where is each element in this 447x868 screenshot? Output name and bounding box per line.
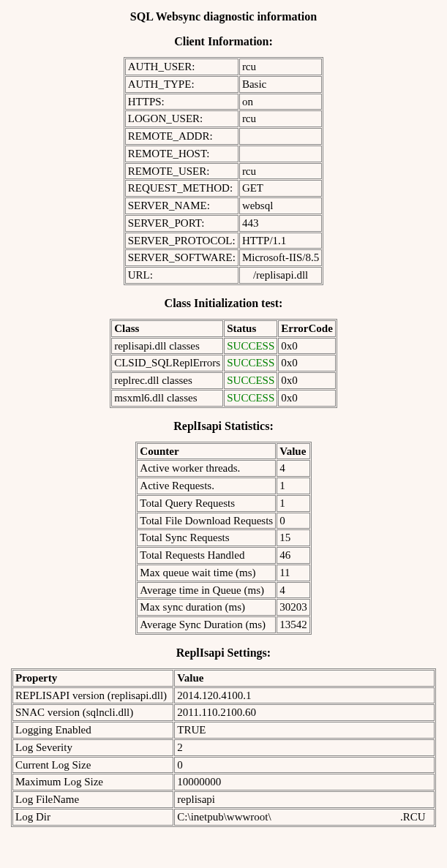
table-row: SERVER_NAME:websql <box>125 197 323 214</box>
table-row: Log DirC:\inetpub\wwwroot\ .RCU <box>12 809 435 826</box>
stats-value: 46 <box>277 547 310 564</box>
table-row: Total Query Requests1 <box>137 495 309 512</box>
settings-property: Maximum Log Size <box>12 774 173 790</box>
table-row: REQUEST_METHOD:GET <box>125 180 323 197</box>
class-errorcode: 0x0 <box>278 372 336 389</box>
table-header-row: ClassStatusErrorCode <box>111 320 336 337</box>
stats-counter: Average time in Queue (ms) <box>137 582 276 599</box>
column-header: Status <box>224 320 277 337</box>
class-status: SUCCESS <box>224 338 277 355</box>
table-row: Max sync duration (ms)30203 <box>137 599 309 616</box>
client-info-label: LOGON_USER: <box>125 110 238 127</box>
settings-value: replisapi <box>174 791 435 808</box>
stats-counter: Active worker threads. <box>137 460 276 477</box>
table-row: Total File Download Requests0 <box>137 513 309 529</box>
column-header: Value <box>174 670 435 687</box>
client-info-label: SERVER_PROTOCOL: <box>125 233 238 249</box>
client-info-label: URL: <box>125 267 238 284</box>
table-row: Logging EnabledTRUE <box>12 722 435 739</box>
client-info-value: Basic <box>239 76 322 93</box>
client-info-label: REQUEST_METHOD: <box>125 180 238 197</box>
table-row: REPLISAPI version (replisapi.dll)2014.12… <box>12 687 435 704</box>
settings-property: Log Dir <box>12 809 173 826</box>
stats-value: 11 <box>277 565 310 581</box>
column-header: Class <box>111 320 223 337</box>
stats-value: 13542 <box>277 616 310 633</box>
stats-counter: Active Requests. <box>137 478 276 494</box>
class-status: SUCCESS <box>224 390 277 407</box>
client-info-label: SERVER_NAME: <box>125 197 238 214</box>
table-row: Active worker threads.4 <box>137 460 309 477</box>
client-info-value: 443 <box>239 215 322 232</box>
settings-value: 10000000 <box>174 774 435 790</box>
table-row: Log Severity2 <box>12 739 435 756</box>
table-header-row: PropertyValue <box>12 670 435 687</box>
stats-counter: Total File Download Requests <box>137 513 276 529</box>
client-info-label: HTTPS: <box>125 94 238 110</box>
stats-counter: Total Requests Handled <box>137 547 276 564</box>
table-row: HTTPS:on <box>125 94 323 110</box>
table-row: SERVER_SOFTWARE:Microsoft-IIS/8.5 <box>125 249 323 266</box>
client-info-label: REMOTE_ADDR: <box>125 128 238 145</box>
settings-property: Log FileName <box>12 791 173 808</box>
client-info-value: rcu <box>239 110 322 127</box>
column-header: Value <box>277 443 310 460</box>
table-row: Average Sync Duration (ms)13542 <box>137 616 309 633</box>
table-row: REMOTE_USER:rcu <box>125 163 323 180</box>
table-row: CLSID_SQLReplErrorsSUCCESS0x0 <box>111 355 336 371</box>
client-info-value: HTTP/1.1 <box>239 233 322 249</box>
column-header: Property <box>12 670 173 687</box>
settings-property: SNAC version (sqlncli.dll) <box>12 704 173 721</box>
table-row: REMOTE_ADDR: <box>125 128 323 145</box>
client-info-label: REMOTE_USER: <box>125 163 238 180</box>
client-info-value: websql <box>239 197 322 214</box>
class-init-table: ClassStatusErrorCodereplisapi.dll classe… <box>110 319 337 408</box>
class-status: SUCCESS <box>224 372 277 389</box>
client-info-value: /replisapi.dll <box>239 267 322 284</box>
class-name: CLSID_SQLReplErrors <box>111 355 223 371</box>
client-info-value: Microsoft-IIS/8.5 <box>239 249 322 266</box>
table-row: SERVER_PORT:443 <box>125 215 323 232</box>
class-name: replisapi.dll classes <box>111 338 223 355</box>
table-row: URL:/replisapi.dll <box>125 267 323 284</box>
table-row: replisapi.dll classesSUCCESS0x0 <box>111 338 336 355</box>
table-row: Maximum Log Size10000000 <box>12 774 435 790</box>
stats-value: 4 <box>277 582 310 599</box>
class-errorcode: 0x0 <box>278 390 336 407</box>
stats-value: 1 <box>277 495 310 512</box>
class-status: SUCCESS <box>224 355 277 371</box>
client-info-label: SERVER_PORT: <box>125 215 238 232</box>
stats-value: 1 <box>277 478 310 494</box>
stats-value: 30203 <box>277 599 310 616</box>
settings-table: PropertyValueREPLISAPI version (replisap… <box>11 668 436 827</box>
table-row: AUTH_USER:rcu <box>125 59 323 75</box>
class-name: msxml6.dll classes <box>111 390 223 407</box>
settings-value: 2014.120.4100.1 <box>174 687 435 704</box>
client-info-table: AUTH_USER:rcuAUTH_TYPE:BasicHTTPS:onLOGO… <box>124 57 324 285</box>
client-info-value: rcu <box>239 59 322 75</box>
settings-value: 2 <box>174 739 435 756</box>
table-row: Total Sync Requests15 <box>137 529 309 546</box>
client-info-label: SERVER_SOFTWARE: <box>125 249 238 266</box>
stats-table: CounterValueActive worker threads.4Activ… <box>135 442 311 635</box>
settings-heading: ReplIsapi Settings: <box>11 646 436 660</box>
client-info-label: AUTH_TYPE: <box>125 76 238 93</box>
table-row: replrec.dll classesSUCCESS0x0 <box>111 372 336 389</box>
stats-counter: Max queue wait time (ms) <box>137 565 276 581</box>
settings-property: Current Log Size <box>12 757 173 774</box>
class-init-heading: Class Initialization test: <box>11 297 436 310</box>
stats-counter: Total Query Requests <box>137 495 276 512</box>
client-info-label: REMOTE_HOST: <box>125 146 238 162</box>
client-info-heading: Client Information: <box>11 35 436 48</box>
table-row: SERVER_PROTOCOL:HTTP/1.1 <box>125 233 323 249</box>
table-row: Current Log Size0 <box>12 757 435 774</box>
client-info-value: on <box>239 94 322 110</box>
client-info-label: AUTH_USER: <box>125 59 238 75</box>
client-info-value <box>239 128 322 145</box>
table-row: Average time in Queue (ms)4 <box>137 582 309 599</box>
table-row: Log FileNamereplisapi <box>12 791 435 808</box>
table-row: msxml6.dll classesSUCCESS0x0 <box>111 390 336 407</box>
class-name: replrec.dll classes <box>111 372 223 389</box>
column-header: ErrorCode <box>278 320 336 337</box>
class-errorcode: 0x0 <box>278 338 336 355</box>
